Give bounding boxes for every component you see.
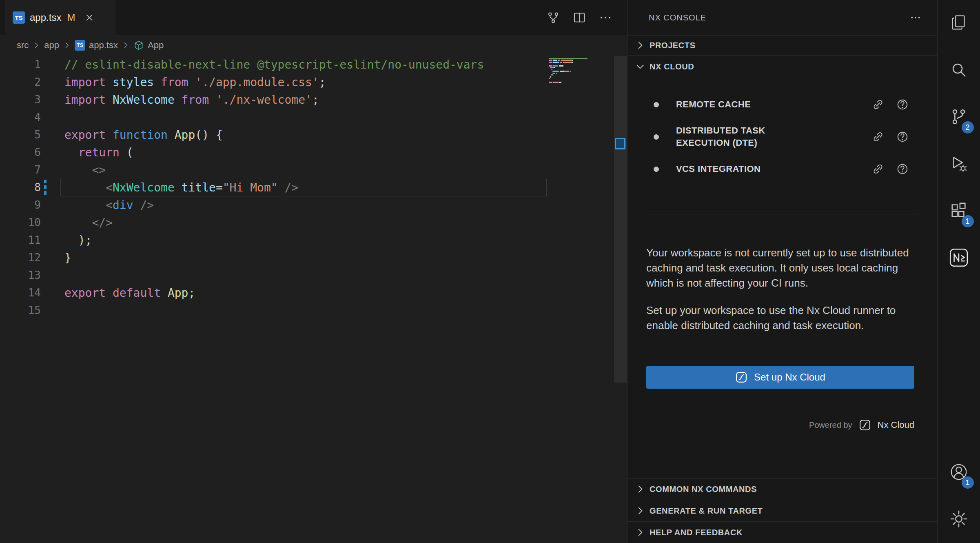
line-number[interactable]: 11 — [0, 231, 41, 249]
chevron-right-icon — [63, 41, 71, 49]
code-text[interactable]: return ( — [64, 144, 133, 161]
activity-nx-console[interactable] — [938, 235, 980, 282]
code-line-10[interactable]: 10 </> — [0, 214, 627, 231]
line-number[interactable]: 13 — [0, 267, 41, 284]
line-number[interactable]: 15 — [0, 302, 41, 319]
activity-extensions[interactable]: 1 — [938, 188, 980, 235]
nx-console-icon — [949, 247, 969, 269]
connect-icon[interactable] — [872, 131, 884, 143]
code-line-7[interactable]: 7 <> — [0, 161, 627, 179]
line-number[interactable]: 7 — [0, 161, 41, 179]
code-text[interactable]: <NxWelcome title="Hi Mom" /> — [64, 179, 298, 196]
code-line-12[interactable]: 12} — [0, 249, 627, 267]
overview-ruler-marker — [615, 138, 625, 149]
code-line-2[interactable]: 2import styles from './app.module.css'; — [0, 73, 627, 91]
setup-nx-cloud-button[interactable]: Set up Nx Cloud — [646, 366, 914, 389]
breadcrumb-app-tsx[interactable]: app.tsx — [89, 40, 118, 51]
close-icon[interactable] — [85, 13, 94, 22]
code-line-4[interactable]: 4 — [0, 109, 627, 126]
tree-item-label: DISTRIBUTED TASK EXECUTION (DTE) — [676, 125, 798, 149]
code-line-8[interactable]: 8 <NxWelcome title="Hi Mom" /> — [0, 179, 627, 196]
code-text[interactable]: <div /> — [64, 196, 154, 214]
code-line-5[interactable]: 5export function App() { — [0, 126, 627, 144]
powered-by-label: Powered by — [809, 421, 852, 430]
activity-accounts[interactable]: 1 — [938, 449, 980, 496]
activity-run-debug[interactable] — [938, 141, 980, 188]
activity-source-control[interactable]: 2 — [938, 94, 980, 141]
breadcrumb-symbol-app[interactable]: App — [148, 40, 164, 51]
activity-settings[interactable] — [938, 496, 980, 543]
line-number[interactable]: 5 — [0, 126, 41, 144]
minimap-line — [549, 83, 614, 85]
help-icon[interactable] — [896, 131, 909, 143]
chevron-right-icon — [635, 505, 645, 516]
typescript-icon: TS — [75, 40, 85, 51]
code-text[interactable]: </> — [64, 214, 113, 231]
code-text[interactable]: export default App; — [64, 284, 195, 302]
split-editor-icon[interactable] — [572, 11, 586, 24]
line-number[interactable]: 2 — [0, 73, 41, 91]
scm-badge: 2 — [962, 121, 974, 134]
code-line-11[interactable]: 11 ); — [0, 231, 627, 249]
scrollbar-thumb[interactable] — [614, 56, 627, 383]
minimap[interactable] — [549, 58, 614, 85]
code-text[interactable]: } — [64, 249, 71, 267]
gear-icon — [949, 510, 968, 530]
code-editor[interactable]: 1// eslint-disable-next-line @typescript… — [0, 55, 627, 543]
section-generate-run-target[interactable]: GENERATE & RUN TARGET — [627, 500, 937, 521]
search-icon — [949, 60, 968, 81]
line-number[interactable]: 10 — [0, 214, 41, 231]
breadcrumb-app[interactable]: app — [44, 40, 59, 51]
chevron-down-icon — [635, 61, 645, 72]
section-projects[interactable]: PROJECTS — [627, 35, 937, 55]
code-line-6[interactable]: 6 return ( — [0, 144, 627, 161]
line-number[interactable]: 14 — [0, 284, 41, 302]
activity-search[interactable] — [938, 47, 980, 94]
nx-cloud-view: REMOTE CACHE DISTRIBUTED TASK EXECUTION … — [627, 78, 937, 543]
section-common-nx-commands[interactable]: COMMON NX COMMANDS — [627, 478, 937, 500]
panel-header: NX CONSOLE — [627, 0, 937, 35]
code-line-14[interactable]: 14export default App; — [0, 284, 627, 302]
code-line-9[interactable]: 9 <div /> — [0, 196, 627, 214]
code-line-15[interactable]: 15 — [0, 302, 627, 319]
line-number[interactable]: 4 — [0, 109, 41, 126]
tree-item-dte[interactable]: DISTRIBUTED TASK EXECUTION (DTE) — [627, 118, 937, 156]
code-text[interactable]: import styles from './app.module.css'; — [64, 73, 326, 91]
code-line-1[interactable]: 1// eslint-disable-next-line @typescript… — [0, 56, 627, 73]
line-number[interactable]: 6 — [0, 144, 41, 161]
line-number[interactable]: 8 — [0, 179, 41, 196]
more-actions-icon[interactable] — [909, 11, 922, 24]
status-dot-icon — [654, 134, 659, 140]
help-icon[interactable] — [896, 163, 909, 175]
line-number[interactable]: 12 — [0, 249, 41, 267]
connect-icon[interactable] — [872, 98, 884, 111]
tab-app-tsx[interactable]: TS app.tsx M — [5, 0, 115, 35]
code-line-13[interactable]: 13 — [0, 267, 627, 284]
section-help-feedback[interactable]: HELP AND FEEDBACK — [627, 521, 937, 543]
source-control-graph-icon[interactable] — [546, 11, 560, 24]
help-icon[interactable] — [896, 98, 909, 111]
line-number[interactable]: 3 — [0, 91, 41, 109]
section-label: HELP AND FEEDBACK — [650, 528, 743, 537]
more-actions-icon[interactable] — [599, 11, 612, 24]
nx-cloud-tree: REMOTE CACHE DISTRIBUTED TASK EXECUTION … — [627, 78, 937, 182]
code-text[interactable]: // eslint-disable-next-line @typescript-… — [64, 56, 484, 73]
tree-item-vcs[interactable]: VCS INTEGRATION — [627, 156, 937, 182]
line-number[interactable]: 1 — [0, 56, 41, 73]
breadcrumb-src[interactable]: src — [17, 40, 29, 51]
panel-title: NX CONSOLE — [649, 13, 706, 22]
activity-explorer[interactable] — [938, 0, 980, 47]
tree-item-remote-cache[interactable]: REMOTE CACHE — [627, 91, 937, 118]
section-nx-cloud[interactable]: NX CLOUD — [627, 55, 937, 78]
typescript-icon: TS — [13, 11, 25, 24]
code-text[interactable]: export function App() { — [64, 126, 223, 144]
connect-icon[interactable] — [872, 163, 884, 175]
code-line-3[interactable]: 3import NxWelcome from './nx-welcome'; — [0, 91, 627, 109]
status-dot-icon — [654, 102, 659, 107]
code-text[interactable]: <> — [64, 161, 106, 179]
code-text[interactable]: ); — [64, 231, 92, 249]
section-label: COMMON NX COMMANDS — [650, 485, 757, 494]
code-text[interactable]: import NxWelcome from './nx-welcome'; — [64, 91, 319, 109]
tree-item-label: VCS INTEGRATION — [676, 163, 798, 175]
line-number[interactable]: 9 — [0, 196, 41, 214]
